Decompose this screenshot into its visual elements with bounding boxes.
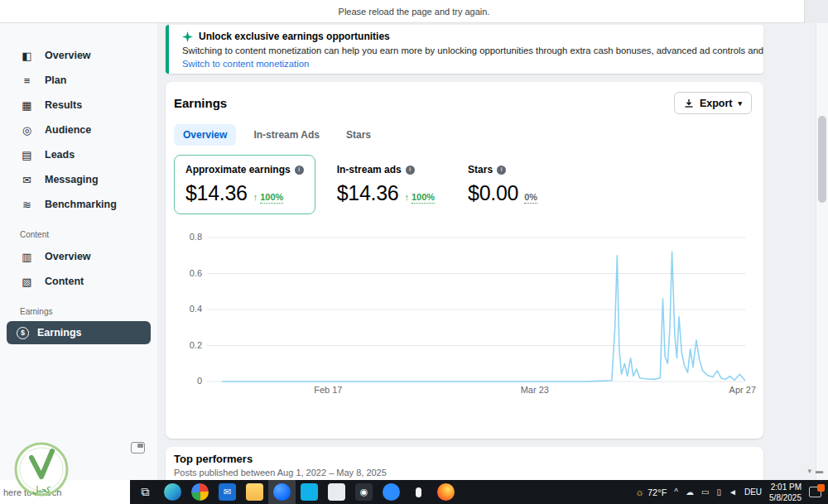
metric-approximate-earnings[interactable]: Approximate earnings $14.36 ↑ 100% xyxy=(174,155,315,214)
tab-label: In-stream Ads xyxy=(253,129,320,141)
media-player-icon[interactable] xyxy=(296,480,323,504)
popout-icon[interactable] xyxy=(131,442,145,454)
sidebar-item-label: Content xyxy=(45,276,84,287)
caret-down-icon: ▾ xyxy=(738,99,742,108)
weather-icon: ☼ xyxy=(635,487,644,498)
screen: Please reload the page and try again. ◧ … xyxy=(0,0,828,504)
y-axis-label: 0.4 xyxy=(171,304,202,314)
content-section-label: Content xyxy=(20,230,157,239)
download-icon xyxy=(684,98,694,108)
collapse-icon[interactable]: ▬ xyxy=(816,467,823,475)
tab-stars[interactable]: Stars xyxy=(337,124,380,146)
sidebar-item-overview[interactable]: ◧ Overview xyxy=(0,43,157,68)
sidebar-item-benchmarking-glyph: ≋ xyxy=(20,199,34,211)
sidebar-item-leads[interactable]: ▤ Leads xyxy=(0,142,157,167)
monetization-banner: Unlock exclusive earnings opportunities … xyxy=(166,25,763,74)
sidebar: ◧ Overview ≡ Plan ▦ Results ◎ Audience ▤… xyxy=(0,23,157,480)
sidebar-item-messaging-glyph: ✉ xyxy=(20,174,34,186)
notes-app-icon[interactable] xyxy=(323,480,350,504)
onedrive-icon[interactable]: ☁ xyxy=(686,487,694,497)
taskbar: ⧉ ✉ ◉ xyxy=(0,480,828,504)
metric-stars[interactable]: Stars $0.00 0% xyxy=(456,155,571,214)
info-icon[interactable] xyxy=(295,166,304,175)
metric-value: $14.36 xyxy=(337,181,399,205)
earnings-title: Earnings xyxy=(174,96,227,110)
metric-in-stream-ads[interactable]: In-stream ads $14.36 ↑ 100% xyxy=(325,155,446,214)
camera-icon[interactable]: ◉ xyxy=(350,480,378,504)
zoom-icon[interactable] xyxy=(378,480,405,504)
file-explorer-icon[interactable] xyxy=(241,480,268,504)
metric-value: $0.00 xyxy=(468,181,518,205)
firefox-icon[interactable] xyxy=(432,480,460,504)
sidebar-item-earnings[interactable]: $ Earnings xyxy=(7,321,151,344)
system-tray: ☼ 72°F ^☁▭▯◄ DEU 2:01 PM 5/8/2025 xyxy=(635,482,828,503)
hidden-icons-chevron[interactable]: ^ xyxy=(674,487,678,497)
metric-value: $14.36 xyxy=(185,181,248,205)
top-performers-subtitle: Posts published between Aug 1, 2022 – Ma… xyxy=(174,468,755,478)
sidebar-item-benchmarking[interactable]: ≋ Benchmarking xyxy=(0,192,157,217)
earnings-chart xyxy=(207,238,745,382)
sidebar-item-label: Plan xyxy=(45,74,66,86)
sidebar-item-label: Results xyxy=(45,99,82,111)
tab-overview[interactable]: Overview xyxy=(174,124,236,146)
volume-icon[interactable]: ◄ xyxy=(729,487,737,497)
taskbar-clock[interactable]: 2:01 PM 5/8/2025 xyxy=(769,482,802,503)
sidebar-item-plan-glyph: ≡ xyxy=(20,74,34,87)
business-suite-icon[interactable] xyxy=(268,480,296,504)
x-axis: Feb 17Mar 23Apr 27 xyxy=(207,385,745,396)
sidebar-item-label: Overview xyxy=(45,50,91,61)
sidebar-item-label: Overview xyxy=(45,251,91,262)
earnings-card: Earnings Export ▾ OverviewIn-stream AdsS… xyxy=(166,82,763,439)
edge-icon[interactable] xyxy=(159,480,186,504)
metric-change: 0% xyxy=(524,192,537,204)
edge-icon-glyph xyxy=(164,483,181,501)
metric-change: 100% xyxy=(260,192,283,204)
sidebar-item-messaging[interactable]: ✉ Messaging xyxy=(0,167,157,192)
temperature-label: 72°F xyxy=(647,487,667,497)
banner-title: Unlock exclusive earnings opportunities xyxy=(199,31,390,42)
sidebar-item-results[interactable]: ▦ Results xyxy=(0,93,157,118)
scroll-down-icon[interactable]: ▾ xyxy=(807,467,811,475)
sidebar-item-label: Messaging xyxy=(45,174,99,185)
sidebar-item-plan[interactable]: ≡ Plan xyxy=(0,68,157,93)
display-icon[interactable]: ▭ xyxy=(701,487,709,497)
info-icon[interactable] xyxy=(497,166,506,175)
chrome-icon-glyph xyxy=(191,483,209,501)
time-label: 2:01 PM xyxy=(771,482,802,492)
banner-body: Switching to content monetization can he… xyxy=(182,46,753,55)
tab-in-stream-ads[interactable]: In-stream Ads xyxy=(244,124,329,146)
action-center-icon[interactable] xyxy=(809,487,821,497)
kajeel-logo: كجيل xyxy=(12,440,70,502)
date-label: 5/8/2025 xyxy=(769,493,802,502)
chrome-icon[interactable] xyxy=(186,480,214,504)
y-axis-label: 0.8 xyxy=(171,232,202,242)
export-label: Export xyxy=(700,98,733,109)
scrollbar-thumb[interactable] xyxy=(818,116,826,203)
mail-icon[interactable]: ✉ xyxy=(214,480,241,504)
language-indicator[interactable]: DEU xyxy=(744,487,762,497)
battery-icon[interactable]: ▯ xyxy=(717,487,722,497)
metric-label: Stars xyxy=(468,164,493,175)
task-view-icon-glyph: ⧉ xyxy=(137,483,154,501)
x-axis-label: Mar 23 xyxy=(521,385,549,395)
task-view-icon[interactable]: ⧉ xyxy=(132,480,159,504)
earnings-line-chart xyxy=(207,238,745,382)
y-axis-label: 0.6 xyxy=(171,268,202,278)
microphone-icon[interactable] xyxy=(405,480,432,504)
notes-app-icon-glyph xyxy=(328,483,345,501)
file-explorer-icon-glyph xyxy=(246,483,263,501)
sidebar-item-content[interactable]: ▧ Content xyxy=(0,269,157,294)
metric-change: 100% xyxy=(412,192,435,204)
metric-cards: Approximate earnings $14.36 ↑ 100% In-st… xyxy=(174,155,581,214)
trend-arrow-icon: ↑ xyxy=(253,192,258,202)
zoom-icon-glyph xyxy=(383,483,400,501)
info-icon[interactable] xyxy=(406,166,415,175)
sidebar-item-content-overview[interactable]: ▥ Overview xyxy=(0,244,157,269)
sidebar-item-label: Audience xyxy=(45,124,91,136)
mail-icon-glyph: ✉ xyxy=(219,483,236,501)
page-scrollbar[interactable] xyxy=(816,23,828,480)
weather-widget[interactable]: ☼ 72°F xyxy=(635,487,667,498)
switch-to-content-monetization-link[interactable]: Switch to content monetization xyxy=(182,59,309,69)
sidebar-item-audience[interactable]: ◎ Audience xyxy=(0,118,157,142)
export-button[interactable]: Export ▾ xyxy=(674,92,752,114)
